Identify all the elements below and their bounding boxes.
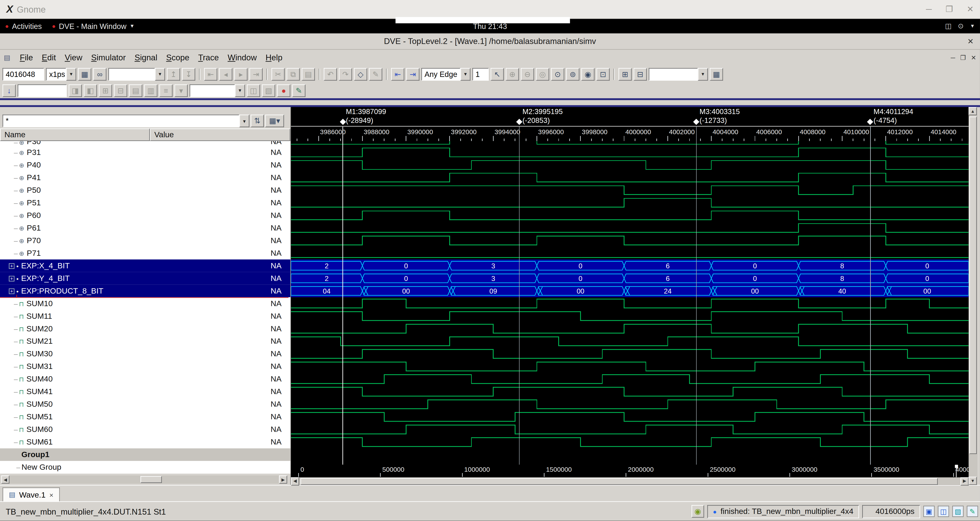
annotate-button[interactable]: ✎: [369, 68, 382, 80]
undo-button[interactable]: ↶: [324, 68, 337, 80]
radix-combo-arrow-icon[interactable]: ▼: [235, 84, 245, 97]
menu-trace[interactable]: Trace: [194, 51, 223, 64]
view-full-range-button[interactable]: ⊡: [597, 68, 610, 80]
signal-filter-value[interactable]: *: [2, 114, 239, 127]
waveform-svg[interactable]: 20306080203060800400090024004000: [291, 141, 969, 465]
zoom-fit-button[interactable]: ◎: [536, 68, 549, 80]
tree-row-p31[interactable]: –⊕P31NA: [0, 146, 290, 159]
previous-edge-button[interactable]: ⇤: [391, 68, 404, 80]
tree-row-p41[interactable]: –⊕P41NA: [0, 171, 290, 184]
find-previous-button[interactable]: ↥: [167, 68, 180, 80]
menu-simulator[interactable]: Simulator: [87, 51, 130, 64]
menu-window[interactable]: Window: [223, 51, 261, 64]
signal-search-field[interactable]: [18, 84, 67, 97]
find-text-combo[interactable]: ▼: [108, 68, 165, 80]
zoom-range-button[interactable]: ⊚: [566, 68, 579, 80]
tree-scroll-thumb[interactable]: [140, 476, 162, 483]
pane-left-button[interactable]: ◨: [69, 84, 82, 97]
group-signals-button[interactable]: ▤: [129, 84, 142, 97]
first-page-button[interactable]: ⇤: [204, 68, 217, 80]
next-edge-button[interactable]: ⇥: [406, 68, 420, 80]
overlay-waves-button[interactable]: ▧: [262, 84, 275, 97]
insert-signal-button[interactable]: ↓: [2, 84, 16, 97]
marker-m2-diamond-icon[interactable]: [516, 119, 522, 125]
bus-builder-button[interactable]: ≡: [159, 84, 173, 97]
merge-view-button[interactable]: ⊟: [633, 68, 647, 80]
console-window-icon[interactable]: ◫: [938, 506, 949, 517]
log-window-icon[interactable]: ▣: [923, 506, 934, 517]
zoom-between-markers-button[interactable]: ◉: [581, 68, 595, 80]
tree-row-sum50[interactable]: –⊓SUM50NA: [0, 398, 290, 411]
menu-signal[interactable]: Signal: [130, 51, 162, 64]
compare-waves-button[interactable]: ◫: [247, 84, 260, 97]
scroll-up-icon[interactable]: ▲: [969, 107, 977, 115]
record-button[interactable]: ●: [277, 84, 291, 97]
wave-tab-close-icon[interactable]: ×: [49, 491, 53, 499]
filter-config-button[interactable]: ▦▾: [265, 114, 284, 127]
tree-row-sum40[interactable]: –⊓SUM40NA: [0, 373, 290, 386]
edge-type-combo-value[interactable]: Any Edge: [422, 68, 460, 80]
vertical-scroll-thumb[interactable]: [969, 116, 977, 454]
marker-m3-diamond-icon[interactable]: [693, 119, 700, 125]
expand-icon[interactable]: +: [9, 288, 14, 294]
waveform-canvas-area[interactable]: 20306080203060800400090024004000: [291, 141, 969, 465]
column-header-name[interactable]: Name: [0, 129, 150, 141]
tree-row-p50[interactable]: –⊕P50NA: [0, 184, 290, 197]
overview-ruler[interactable]: 0500000100000015000002000000250000030000…: [291, 465, 969, 477]
cut-button[interactable]: ✂: [272, 68, 285, 80]
redo-button[interactable]: ↷: [339, 68, 352, 80]
scroll-right-icon[interactable]: ▶: [279, 475, 287, 484]
wave-scroll-thumb[interactable]: [301, 478, 938, 484]
tree-row-p30[interactable]: –⊕P30NA: [0, 141, 290, 146]
expand-icon[interactable]: +: [9, 275, 14, 281]
goto-time-combo-value[interactable]: [649, 68, 698, 80]
signal-filter-arrow-icon[interactable]: ▼: [239, 114, 250, 127]
tree-row-p71[interactable]: –⊕P71NA: [0, 247, 290, 259]
next-page-button[interactable]: ▸: [234, 68, 248, 80]
tree-row-sum60[interactable]: –⊓SUM60NA: [0, 423, 290, 436]
goto-time-combo[interactable]: ▼: [649, 68, 708, 80]
expand-icon[interactable]: +: [9, 263, 14, 268]
simulator-status-icon[interactable]: ◉: [692, 505, 704, 518]
tree-row-sum61[interactable]: –⊓SUM61NA: [0, 436, 290, 448]
menu-file[interactable]: File: [16, 51, 38, 64]
tree-row-sum21[interactable]: –⊓SUM21NA: [0, 335, 290, 348]
testbench-icon[interactable]: ▨: [952, 506, 964, 517]
tree-row-p40[interactable]: –⊕P40NA: [0, 159, 290, 171]
mdi-close-button[interactable]: ✕: [971, 54, 976, 61]
desktop-minimize-button[interactable]: ─: [926, 5, 932, 14]
current-time-field[interactable]: 4016048: [2, 68, 44, 80]
goto-time-combo-arrow-icon[interactable]: ▼: [698, 68, 708, 80]
tree-row-new-group[interactable]: –New Group: [0, 461, 290, 473]
dve-window-titlebar[interactable]: DVE - TopLevel.2 - [Wave.1] /home/balasu…: [0, 33, 980, 50]
tree-row-p51[interactable]: –⊕P51NA: [0, 197, 290, 209]
mdi-minimize-button[interactable]: ─: [951, 54, 955, 61]
copy-button[interactable]: ⧉: [286, 68, 300, 80]
tree-row-group1[interactable]: Group1: [0, 448, 290, 461]
marker-m4-diamond-icon[interactable]: [867, 119, 873, 125]
marker-m1-diamond-icon[interactable]: [340, 119, 346, 125]
edit-session-icon[interactable]: ✎: [967, 506, 978, 517]
time-ruler[interactable]: 3986000398800039900003992000399400039960…: [291, 126, 969, 141]
edge-count-field[interactable]: 1: [473, 68, 489, 80]
mdi-restore-button[interactable]: ❐: [960, 54, 966, 61]
tree-horizontal-scrollbar[interactable]: ◀ ▶: [1, 475, 287, 484]
tree-row-sum31[interactable]: –⊓SUM31NA: [0, 360, 290, 373]
filter-sort-button[interactable]: ⇅: [251, 114, 264, 127]
tree-row-sum10[interactable]: –⊓SUM10NA: [0, 297, 290, 310]
desktop-maximize-button[interactable]: ❐: [945, 5, 953, 14]
vertical-scrollbar[interactable]: ▲ ▼: [969, 107, 978, 485]
overview-cursor-handle[interactable]: [955, 465, 958, 468]
edge-type-combo-arrow-icon[interactable]: ▼: [460, 68, 471, 80]
radix-combo[interactable]: ▼: [190, 84, 245, 97]
zoom-out-button[interactable]: ⊖: [521, 68, 534, 80]
wave-scroll-right-icon[interactable]: ▶: [961, 477, 969, 485]
tree-row-p61[interactable]: –⊕P61NA: [0, 222, 290, 234]
add-marker-button[interactable]: ◇: [354, 68, 367, 80]
tree-row-exp-y-4-bit[interactable]: +•EXP:Y_4_BITNA: [0, 272, 290, 285]
time-unit-combo-value[interactable]: x1ps: [46, 68, 66, 80]
wave-scroll-left-icon[interactable]: ◀: [291, 477, 299, 485]
tree-row-p70[interactable]: –⊕P70NA: [0, 234, 290, 247]
tab-wave1[interactable]: ▤ Wave.1 ×: [2, 488, 60, 501]
edit-wave-button[interactable]: ✎: [292, 84, 305, 97]
